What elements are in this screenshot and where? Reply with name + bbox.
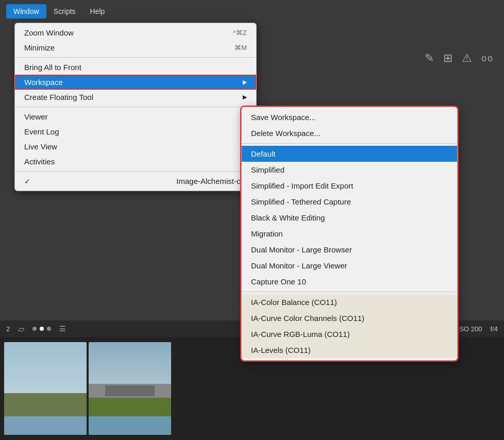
submenu-save-workspace[interactable]: Save Workspace...: [242, 109, 457, 125]
submenu-ia-curve-color-label: IA-Curve Color Channels (CO11): [251, 314, 364, 323]
menu-item-activities-label: Activities: [24, 157, 55, 166]
window-menu-dropdown: Zoom Window ^⌘Z Minimize ⌘M Bring All to…: [14, 23, 257, 191]
submenu-ia-curve-rgb-label: IA-Curve RGB-Luma (CO11): [251, 330, 350, 339]
submenu-dual-large-browser-label: Dual Monitor - Large Browser: [251, 245, 352, 254]
menu-item-zoom-window[interactable]: Zoom Window ^⌘Z: [15, 25, 256, 40]
submenu-separator-1: [242, 143, 457, 144]
menu-item-live-view[interactable]: Live View: [15, 139, 256, 154]
menu-item-create-floating[interactable]: Create Floating Tool ▶: [15, 90, 256, 105]
menu-item-activities[interactable]: Activities: [15, 154, 256, 169]
glasses-icon[interactable]: oo: [481, 53, 494, 64]
submenu-simplified-label: Simplified: [251, 165, 284, 174]
menu-item-image-alchemist[interactable]: ✓ Image-Alchemist-cat: [15, 174, 256, 189]
menu-item-zoom-window-label: Zoom Window: [24, 28, 74, 37]
aperture-value: f/4: [491, 325, 498, 333]
menu-item-minimize[interactable]: Minimize ⌘M: [15, 40, 256, 55]
submenu-ia-levels[interactable]: IA-Levels (CO11): [242, 342, 457, 358]
submenu-ia-color-label: IA-Color Balance (CO11): [251, 298, 337, 307]
menu-separator-2: [15, 107, 256, 107]
edit-icon[interactable]: ✎: [425, 52, 434, 65]
submenu-simplified-tethered[interactable]: Simplified - Tethered Capture: [242, 194, 457, 210]
toolbar-icons: ✎ ⊞ ⚠ oo: [425, 52, 494, 65]
warning-icon[interactable]: ⚠: [462, 52, 472, 65]
submenu-capture-one-10[interactable]: Capture One 10: [242, 274, 457, 290]
photo-thumbnail-2[interactable]: [89, 342, 171, 435]
workspace-submenu: Save Workspace... Delete Workspace... De…: [241, 107, 458, 361]
photo-thumbnail-1[interactable]: [4, 342, 87, 435]
menu-item-bring-all[interactable]: Bring All to Front: [15, 60, 256, 75]
checkmark-icon: ✓: [24, 177, 30, 185]
menu-item-viewer[interactable]: Viewer: [15, 109, 256, 124]
submenu-delete-workspace[interactable]: Delete Workspace...: [242, 125, 457, 141]
submenu-black-white[interactable]: Black & White Editing: [242, 210, 457, 226]
menu-item-live-view-label: Live View: [24, 142, 57, 151]
menu-item-event-log-label: Event Log: [24, 127, 59, 136]
menu-item-bring-all-label: Bring All to Front: [24, 63, 81, 72]
submenu-dual-large-viewer[interactable]: Dual Monitor - Large Viewer: [242, 258, 457, 274]
strip-dot-2: [40, 327, 44, 331]
menu-item-workspace-label: Workspace: [24, 78, 63, 87]
submenu-arrow-workspace: ▶: [243, 79, 247, 86]
submenu-ia-curve-color[interactable]: IA-Curve Color Channels (CO11): [242, 310, 457, 326]
iso-value: ISO 200: [458, 325, 482, 333]
submenu-simplified[interactable]: Simplified: [242, 162, 457, 178]
submenu-dual-large-viewer-label: Dual Monitor - Large Viewer: [251, 261, 347, 270]
status-bar-number: 2: [6, 325, 10, 333]
strip-dots: [32, 327, 51, 331]
submenu-simplified-import-label: Simplified - Import Edit Export: [251, 181, 353, 190]
submenu-separator-2: [242, 292, 457, 292]
menu-item-minimize-label: Minimize: [24, 43, 55, 52]
submenu-black-white-label: Black & White Editing: [251, 213, 325, 222]
menu-item-viewer-label: Viewer: [24, 112, 48, 121]
frame-icon: ▱: [18, 324, 24, 334]
strip-dot-3: [47, 327, 51, 331]
submenu-delete-workspace-label: Delete Workspace...: [251, 129, 321, 138]
list-icon: ☰: [59, 325, 66, 333]
menubar-scripts[interactable]: Scripts: [46, 4, 83, 19]
menubar: Window Scripts Help: [0, 0, 504, 23]
submenu-ia-curve-rgb[interactable]: IA-Curve RGB-Luma (CO11): [242, 326, 457, 342]
menu-item-minimize-shortcut: ⌘M: [234, 44, 247, 52]
submenu-ia-levels-label: IA-Levels (CO11): [251, 346, 311, 354]
menu-item-workspace[interactable]: Workspace ▶: [15, 75, 256, 90]
menu-item-create-floating-label: Create Floating Tool: [24, 93, 93, 101]
grid-icon[interactable]: ⊞: [443, 52, 452, 65]
menu-item-image-alchemist-label: Image-Alchemist-cat: [176, 177, 247, 185]
submenu-dual-large-browser[interactable]: Dual Monitor - Large Browser: [242, 242, 457, 258]
submenu-default-label: Default: [251, 149, 276, 158]
submenu-default[interactable]: Default: [242, 146, 457, 162]
submenu-capture-one-10-label: Capture One 10: [251, 277, 306, 286]
submenu-ia-color[interactable]: IA-Color Balance (CO11): [242, 294, 457, 310]
menubar-window[interactable]: Window: [6, 4, 46, 19]
submenu-migration[interactable]: Migration: [242, 226, 457, 242]
submenu-save-workspace-label: Save Workspace...: [251, 113, 316, 122]
menu-item-zoom-window-shortcut: ^⌘Z: [233, 29, 247, 37]
submenu-simplified-import[interactable]: Simplified - Import Edit Export: [242, 178, 457, 194]
menubar-help[interactable]: Help: [83, 4, 112, 19]
submenu-migration-label: Migration: [251, 229, 283, 238]
submenu-simplified-tethered-label: Simplified - Tethered Capture: [251, 197, 351, 206]
strip-dot-1: [32, 327, 37, 331]
menu-item-event-log[interactable]: Event Log: [15, 124, 256, 139]
submenu-arrow-floating: ▶: [243, 94, 247, 100]
menu-separator-3: [15, 171, 256, 172]
menu-separator-1: [15, 57, 256, 58]
